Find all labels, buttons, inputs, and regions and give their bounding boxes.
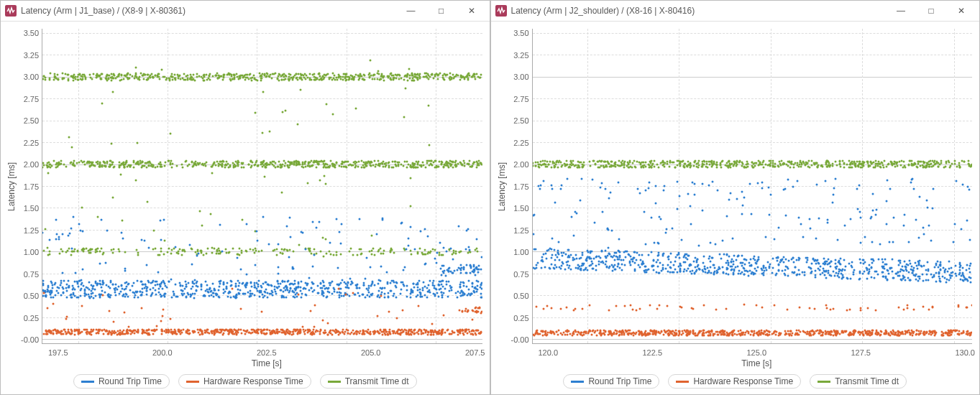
tick-label: 2.25 [511, 139, 529, 147]
tick-label: 2.25 [21, 139, 39, 147]
x-axis-label: Time [s] [44, 358, 490, 371]
x-axis-ticks: 120.0122.5125.0127.5130.0 [534, 347, 980, 358]
tick-label: 2.75 [511, 95, 529, 103]
tick-label: 122.5 [642, 348, 662, 357]
legend-swatch [186, 381, 199, 383]
legend-label: Hardware Response Time [693, 376, 793, 386]
tick-label: 0.50 [511, 292, 529, 300]
minimize-button[interactable]: — [396, 1, 426, 20]
tick-label: 2.00 [21, 160, 39, 169]
legend-item[interactable]: Transmit Time dt [810, 374, 907, 389]
window-j1-base: Latency (Arm | J1_base) / (X8-9 | X-8036… [0, 0, 490, 395]
tick-label: 3.50 [21, 29, 39, 37]
legend-item[interactable]: Round Trip Time [563, 374, 659, 389]
tick-label: 130.0 [955, 348, 975, 357]
minimize-button[interactable]: — [886, 1, 916, 20]
legend-label: Transmit Time dt [345, 376, 409, 386]
tick-label: 3.25 [21, 51, 39, 60]
tick-label: 2.00 [511, 160, 529, 169]
legend-item[interactable]: Transmit Time dt [320, 374, 417, 389]
app-icon [495, 5, 507, 17]
chart-canvas[interactable] [42, 29, 482, 344]
tick-label: 3.00 [21, 73, 39, 81]
tick-label: 1.00 [511, 248, 529, 256]
tick-label: 127.5 [851, 348, 871, 357]
legend-swatch [328, 381, 341, 383]
legend-label: Round Trip Time [588, 376, 651, 386]
tick-label: 0.25 [21, 314, 39, 322]
x-axis: 197.5200.0202.5205.0207.5 Time [s] [1, 347, 490, 371]
x-axis-ticks: 197.5200.0202.5205.0207.5 [44, 347, 490, 358]
plot-area: Latency [ms] 3.503.253.002.752.502.252.0… [1, 22, 490, 347]
app-icon [5, 5, 17, 17]
tick-label: 3.50 [511, 29, 529, 37]
tick-label: 1.25 [21, 226, 39, 235]
tick-label: 2.75 [21, 95, 39, 103]
legend-label: Transmit Time dt [835, 376, 899, 386]
tick-label: 2.50 [511, 116, 529, 125]
tick-label: -0.00 [511, 335, 529, 344]
tick-label: 202.5 [257, 348, 277, 357]
tick-label: 207.5 [465, 348, 485, 357]
tick-label: 1.75 [21, 182, 39, 191]
desktop: Latency (Arm | J1_base) / (X8-9 | X-8036… [0, 0, 980, 395]
tick-label: 1.50 [511, 204, 529, 213]
tick-label: 0.75 [511, 270, 529, 279]
legend-swatch [818, 381, 830, 383]
window-title: Latency (Arm | J1_base) / (X8-9 | X-8036… [21, 6, 396, 16]
legend-item[interactable]: Round Trip Time [73, 374, 170, 389]
legend-item[interactable]: Hardware Response Time [668, 374, 801, 389]
y-axis-ticks: 3.503.253.002.752.502.252.001.751.501.25… [18, 29, 42, 344]
x-axis: 120.0122.5125.0127.5130.0 Time [s] [491, 347, 980, 371]
tick-label: 3.00 [511, 73, 529, 81]
tick-label: 197.5 [48, 348, 68, 357]
plot-area: Latency [ms] 3.503.253.002.752.502.252.0… [491, 22, 980, 347]
scatter-layer [533, 29, 972, 343]
y-axis-ticks: 3.503.253.002.752.502.252.001.751.501.25… [508, 29, 532, 344]
legend-label: Hardware Response Time [203, 376, 303, 386]
x-axis-label: Time [s] [534, 358, 980, 371]
close-button[interactable]: ✕ [946, 1, 976, 20]
maximize-button[interactable]: □ [426, 1, 457, 20]
titlebar[interactable]: Latency (Arm | J2_shoulder) / (X8-16 | X… [491, 1, 980, 22]
tick-label: 200.0 [152, 348, 173, 357]
legend-label: Round Trip Time [99, 376, 162, 386]
legend: Round Trip TimeHardware Response TimeTra… [1, 371, 490, 394]
tick-label: -0.00 [21, 335, 39, 344]
titlebar[interactable]: Latency (Arm | J1_base) / (X8-9 | X-8036… [1, 1, 490, 22]
window-title: Latency (Arm | J2_shoulder) / (X8-16 | X… [511, 6, 887, 16]
legend: Round Trip TimeHardware Response TimeTra… [491, 371, 980, 394]
tick-label: 205.0 [361, 348, 381, 357]
tick-label: 125.0 [746, 348, 766, 357]
tick-label: 3.25 [511, 51, 529, 60]
tick-label: 0.75 [21, 270, 39, 279]
tick-label: 1.25 [511, 226, 529, 235]
tick-label: 1.50 [21, 204, 39, 213]
tick-label: 0.25 [511, 314, 529, 322]
y-axis-label: Latency [ms] [495, 29, 508, 344]
window-j2-shoulder: Latency (Arm | J2_shoulder) / (X8-16 | X… [490, 0, 981, 395]
legend-swatch [676, 381, 689, 383]
legend-item[interactable]: Hardware Response Time [178, 374, 311, 389]
legend-swatch [81, 381, 94, 383]
tick-label: 1.75 [511, 182, 529, 191]
close-button[interactable]: ✕ [457, 1, 487, 20]
scatter-layer [42, 29, 482, 343]
maximize-button[interactable]: □ [916, 1, 946, 20]
chart-canvas[interactable] [532, 29, 972, 344]
tick-label: 0.50 [21, 292, 39, 300]
tick-label: 120.0 [539, 348, 559, 357]
tick-label: 1.00 [21, 248, 39, 256]
tick-label: 2.50 [21, 116, 39, 125]
y-axis-label: Latency [ms] [5, 29, 18, 344]
legend-swatch [571, 381, 584, 383]
